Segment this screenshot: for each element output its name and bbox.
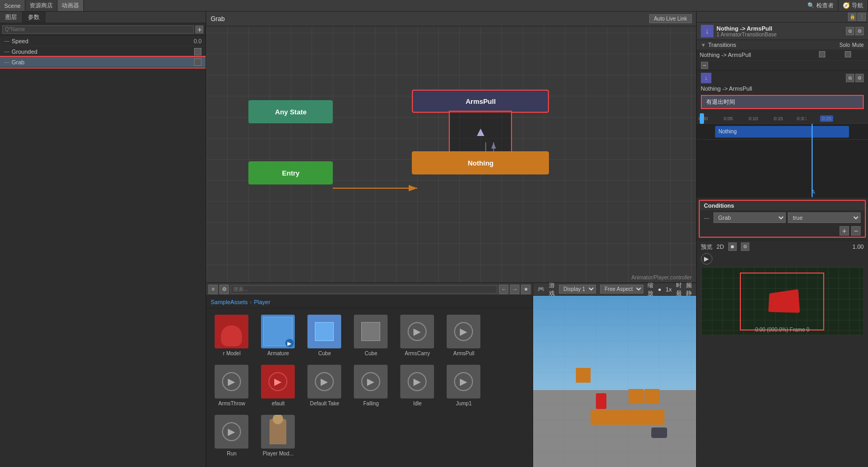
left-panel: 图层 参数 + — Speed 0.0 — Grounded — [0, 12, 206, 467]
preview-mode: 2D — [717, 244, 724, 250]
preview-record-icon[interactable]: ⏺ — [728, 242, 737, 251]
inspector-top-icons: 🔒 ⋮ — [697, 12, 868, 23]
transition-solo-chk[interactable] — [816, 50, 842, 61]
asset-item-default[interactable]: ▶ efault — [257, 363, 299, 408]
detail-gear-icon[interactable]: ⚙ — [855, 74, 864, 82]
right-panel: 🔒 ⋮ ↓ Nothing -> ArmsPull 1 AnimatorTran… — [696, 12, 868, 467]
node-any-state[interactable]: Any State — [248, 100, 333, 123]
layers-tab[interactable]: 图层 — [0, 12, 23, 23]
param-value-speed: 0.0 — [194, 38, 201, 44]
nav-bar[interactable]: 🧭 导航 — [838, 0, 868, 11]
asset-item-player-mod[interactable]: Player Mod... — [257, 413, 299, 459]
detail-copy-icon[interactable]: ⧉ — [846, 74, 854, 82]
transition-mute-chk[interactable] — [842, 50, 868, 61]
inspector-subtitle: 1 AnimatorTransitionBase — [717, 32, 777, 37]
scene-label: Scene — [4, 3, 21, 9]
preview-outline-box — [740, 273, 824, 330]
inspector-more-icon[interactable]: ⋮ — [857, 13, 866, 21]
display-select[interactable]: Display 1 — [559, 285, 596, 294]
add-param-button[interactable]: + — [195, 25, 204, 34]
asset-item-arms-carry[interactable]: ▶ ArmsCarry — [396, 313, 438, 358]
inspector-copy-icon[interactable]: ⧉ — [846, 27, 854, 35]
condition-minus: — — [704, 215, 709, 221]
asset-label-cube2: Cube — [365, 351, 378, 356]
param-name-grab: Grab — [12, 59, 194, 65]
search-bar[interactable]: 🔍 检查者 — [803, 0, 838, 11]
asset-item-falling[interactable]: ▶ Falling — [350, 363, 392, 408]
param-checkbox-grab[interactable] — [194, 59, 201, 66]
param-row-speed[interactable]: — Speed 0.0 — [0, 36, 206, 46]
asset-item-cube2[interactable]: Cube — [350, 313, 392, 358]
breadcrumb-player[interactable]: Player — [254, 299, 270, 305]
node-arms-pull[interactable]: ArmsPull — [412, 90, 549, 113]
asset-search[interactable] — [230, 285, 497, 294]
params-tab[interactable]: 参数 — [23, 12, 45, 23]
node-nothing[interactable]: Nothing — [412, 151, 549, 174]
asset-back-icon[interactable]: ← — [499, 285, 508, 294]
animator-tab[interactable]: 动画器 — [57, 0, 84, 11]
store-tab[interactable]: 资源商店 — [25, 0, 57, 11]
exit-time-label: 有退出时间 — [706, 99, 735, 105]
asset-item-arms-throw[interactable]: ▶ ArmsThrow — [210, 363, 253, 408]
breadcrumb-sample-assets[interactable]: SampleAssets — [210, 299, 247, 305]
transition-overlay[interactable]: ▲ — [449, 111, 512, 153]
inspector-title: Nothing -> ArmsPull — [717, 25, 777, 32]
asset-item-armature[interactable]: ▶ Armature — [257, 313, 299, 358]
param-search[interactable] — [2, 25, 194, 34]
game-character-shadow — [651, 427, 667, 438]
inspector-gear-icon[interactable]: ⚙ — [855, 27, 864, 35]
asset-icon-cube1 — [307, 315, 341, 348]
asset-item-idle[interactable]: ▶ Idle — [396, 363, 438, 408]
asset-label-idle: Idle — [413, 401, 421, 406]
asset-menu-icon[interactable]: ≡ — [208, 285, 218, 294]
param-name-speed: Speed — [12, 38, 194, 44]
animator-title: Grab — [210, 15, 225, 23]
transition-detail: ↓ ⧉ ⚙ Nothing -> ArmsPull 有退出时间 — [697, 71, 868, 113]
bottom-section: ≡ ⚙ ← → ★ SampleAssets › Player — [206, 283, 696, 467]
condition-value-select[interactable]: true — [788, 212, 861, 223]
conditions-label: Conditions — [704, 202, 734, 209]
asset-label-jump1: Jump1 — [456, 401, 471, 406]
transitions-header: ▼ Transitions Solo Mute — [697, 40, 868, 50]
preview-play-button[interactable]: ▶ — [701, 253, 712, 265]
solo-mute-group: Solo Mute — [840, 42, 864, 48]
node-entry[interactable]: Entry — [248, 161, 333, 184]
scene-tab[interactable]: Scene — [0, 0, 25, 11]
ruler-5: 0:25 — [820, 115, 834, 122]
entry-label: Entry — [282, 169, 300, 177]
asset-icon-arms-carry: ▶ — [400, 315, 434, 348]
animator-area[interactable]: Grab Auto Live Link — [206, 12, 696, 283]
remove-transition-button[interactable]: − — [701, 62, 708, 69]
asset-item-player-model[interactable]: r Model — [210, 313, 253, 358]
aspect-select[interactable]: Free Aspect — [600, 285, 643, 294]
minus-btn-row: − — [697, 61, 868, 70]
param-row-grounded[interactable]: — Grounded — [0, 46, 206, 57]
param-checkbox-grounded[interactable] — [194, 48, 201, 55]
condition-param-select[interactable]: Grab — [713, 212, 786, 223]
inspector-lock-icon[interactable]: 🔒 — [848, 13, 856, 21]
ruler-3: 0:15 — [774, 116, 783, 121]
asset-item-arms-pull[interactable]: ▶ ArmsPull — [442, 313, 485, 358]
asset-icon-cube2 — [354, 315, 388, 348]
asset-item-run[interactable]: ▶ Run — [210, 413, 253, 459]
asset-forward-icon[interactable]: → — [510, 285, 519, 294]
condition-remove-button[interactable]: − — [851, 226, 861, 236]
auto-live-link-button[interactable]: Auto Live Link — [649, 14, 692, 23]
asset-item-cube1[interactable]: Cube — [303, 313, 345, 358]
transition-row[interactable]: Nothing -> ArmsPull — [697, 50, 868, 61]
inspector-header: ↓ Nothing -> ArmsPull 1 AnimatorTransiti… — [697, 23, 868, 40]
preview-settings-icon[interactable]: ⚙ — [741, 242, 749, 251]
param-row-grab[interactable]: — Grab — [0, 57, 206, 67]
asset-item-default-take[interactable]: ▶ Default Take — [303, 363, 345, 408]
asset-settings-icon[interactable]: ⚙ — [219, 285, 229, 294]
timeline-block-nothing: Nothing — [715, 126, 849, 138]
game-platform-2 — [644, 389, 659, 404]
asset-item-jump1[interactable]: ▶ Jump1 — [442, 363, 485, 408]
game-platform-5 — [576, 368, 591, 383]
condition-add-button[interactable]: + — [840, 226, 849, 236]
asset-label-armature: Armature — [267, 351, 289, 356]
conditions-add-row: + − — [700, 225, 865, 237]
asset-star-icon[interactable]: ★ — [521, 285, 531, 294]
asset-icon-armature: ▶ — [261, 315, 295, 348]
playhead-indicator[interactable] — [700, 113, 704, 124]
